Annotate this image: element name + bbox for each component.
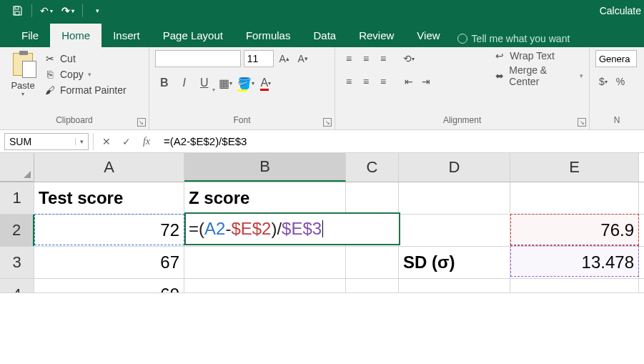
merge-icon: ⬌ — [494, 70, 505, 82]
wrap-icon: ↩ — [494, 50, 505, 62]
fill-color-button[interactable]: 🪣▾ — [237, 73, 255, 93]
tab-view[interactable]: View — [405, 24, 451, 47]
formula-seg-3: - — [225, 219, 231, 239]
bold-button[interactable]: B — [155, 73, 174, 93]
font-name-input[interactable] — [155, 50, 241, 67]
cell-b1[interactable]: Z score — [184, 182, 346, 214]
number-group-label: N — [595, 114, 638, 128]
save-icon[interactable] — [9, 2, 26, 19]
title-text: Calculate — [600, 5, 644, 16]
formula-seg-6: $E$3 — [282, 219, 322, 239]
row-header-4[interactable]: 4 — [0, 279, 34, 293]
increase-font-button[interactable]: A▴ — [277, 50, 292, 67]
decrease-indent-button[interactable]: ⇤ — [401, 73, 417, 90]
formula-input[interactable] — [159, 133, 644, 150]
merge-label: Merge & Center — [509, 64, 575, 87]
row-header-3[interactable]: 3 — [0, 247, 34, 278]
cell-d4[interactable] — [399, 279, 510, 292]
undo-button[interactable]: ↶▾ — [38, 2, 55, 19]
tab-formulas[interactable]: Formulas — [234, 24, 302, 47]
wrap-label: Wrap Text — [510, 50, 555, 62]
col-header-b[interactable]: B — [184, 153, 346, 182]
cell-b4[interactable] — [184, 279, 346, 292]
number-format-select[interactable] — [595, 50, 637, 67]
font-size-input[interactable] — [244, 50, 274, 67]
cell-a1[interactable]: Test score — [34, 182, 184, 214]
align-left-button[interactable]: ≡ — [341, 73, 357, 90]
cell-c1[interactable] — [346, 182, 399, 214]
cell-e1[interactable] — [510, 182, 639, 214]
formula-bar: SUM ▾ ✕ ✓ fx — [0, 130, 644, 153]
formula-seg-1: =( — [189, 219, 204, 239]
paste-button[interactable]: Paste ▾ — [6, 50, 40, 97]
align-top-button[interactable]: ≡ — [341, 50, 357, 67]
col-header-c[interactable]: C — [346, 153, 399, 182]
col-header-e[interactable]: E — [510, 153, 639, 182]
clipboard-launcher-icon[interactable]: ↘ — [137, 118, 146, 127]
title-bar: ↶▾ ↷▾ ▾ Calculate — [0, 0, 644, 21]
cell-b3[interactable] — [184, 247, 346, 278]
confirm-edit-button[interactable]: ✓ — [117, 133, 137, 150]
align-center-button[interactable]: ≡ — [358, 73, 374, 90]
ref-highlight-e3 — [510, 245, 639, 277]
copy-icon: ⎘ — [44, 69, 56, 80]
tab-file[interactable]: File — [10, 24, 50, 47]
col-header-a[interactable]: A — [34, 153, 184, 182]
merge-center-button[interactable]: ⬌ Merge & Center ▾ — [494, 64, 583, 87]
ref-highlight-a2 — [34, 214, 184, 245]
redo-button[interactable]: ↷▾ — [59, 2, 76, 19]
format-painter-label: Format Painter — [60, 84, 127, 96]
underline-button[interactable]: U — [195, 73, 214, 93]
row-header-2[interactable]: 2 — [0, 215, 34, 246]
cell-d2[interactable] — [399, 215, 510, 246]
font-color-button[interactable]: A▾ — [257, 73, 275, 93]
alignment-launcher-icon[interactable]: ↘ — [578, 118, 586, 127]
align-middle-button[interactable]: ≡ — [358, 50, 374, 67]
align-right-button[interactable]: ≡ — [375, 73, 391, 90]
tell-me-label: Tell me what you want — [472, 33, 570, 44]
cell-d3[interactable]: SD (σ) — [399, 247, 510, 278]
spreadsheet-grid: A B C D E 1 Test score Z score 2 72 76.9… — [0, 153, 644, 293]
group-alignment: ≡ ≡ ≡ ⟲▾ ≡ ≡ ≡ ⇤ ⇥ ↩ Wrap Te — [335, 47, 590, 129]
group-font: A▴ A▾ B I U ▾ ▦▾ 🪣▾ A▾ Font — [149, 47, 335, 129]
paintbrush-icon: 🖌 — [44, 84, 56, 96]
percent-format-button[interactable]: % — [613, 73, 628, 90]
copy-button[interactable]: ⎘ Copy ▾ — [44, 69, 127, 80]
align-bottom-button[interactable]: ≡ — [375, 50, 391, 67]
font-group-label: Font — [155, 114, 329, 128]
cancel-edit-button[interactable]: ✕ — [96, 133, 117, 150]
formula-seg-5: )/ — [271, 219, 282, 239]
row-header-1[interactable]: 1 — [0, 182, 34, 214]
tab-page-layout[interactable]: Page Layout — [152, 24, 234, 47]
cell-a3[interactable]: 67 — [34, 247, 184, 278]
cell-c4[interactable] — [346, 279, 399, 292]
cell-d1[interactable] — [399, 182, 510, 214]
italic-button[interactable]: I — [175, 73, 194, 93]
copy-label: Copy — [60, 69, 84, 80]
tab-home[interactable]: Home — [50, 24, 101, 47]
tab-review[interactable]: Review — [347, 24, 405, 47]
tab-insert[interactable]: Insert — [101, 24, 152, 47]
increase-indent-button[interactable]: ⇥ — [418, 73, 434, 90]
orientation-button[interactable]: ⟲▾ — [401, 50, 417, 67]
scissors-icon: ✂ — [44, 53, 56, 64]
tell-me-search[interactable]: Tell me what you want — [457, 33, 570, 47]
select-all-corner[interactable] — [0, 153, 34, 182]
col-header-d[interactable]: D — [399, 153, 510, 182]
cell-a4[interactable]: 69 — [34, 279, 184, 293]
qat-customize-caret[interactable]: ▾ — [89, 2, 106, 19]
font-launcher-icon[interactable]: ↘ — [323, 118, 332, 127]
cell-c3[interactable] — [346, 247, 399, 278]
tab-data[interactable]: Data — [302, 24, 347, 47]
borders-button[interactable]: ▦▾ — [217, 73, 235, 93]
name-box[interactable]: SUM ▾ — [4, 133, 89, 150]
cell-e4[interactable] — [510, 279, 639, 292]
accounting-format-button[interactable]: $▾ — [595, 73, 611, 90]
decrease-font-button[interactable]: A▾ — [295, 50, 311, 67]
format-painter-button[interactable]: 🖌 Format Painter — [44, 84, 127, 96]
insert-function-button[interactable]: fx — [137, 133, 157, 150]
cell-b2-editing[interactable]: =(A2-$E$2)/$E$3 — [184, 212, 400, 245]
wrap-text-button[interactable]: ↩ Wrap Text — [494, 50, 583, 62]
cut-button[interactable]: ✂ Cut — [44, 53, 127, 64]
quick-access-toolbar: ↶▾ ↷▾ ▾ — [0, 2, 106, 19]
